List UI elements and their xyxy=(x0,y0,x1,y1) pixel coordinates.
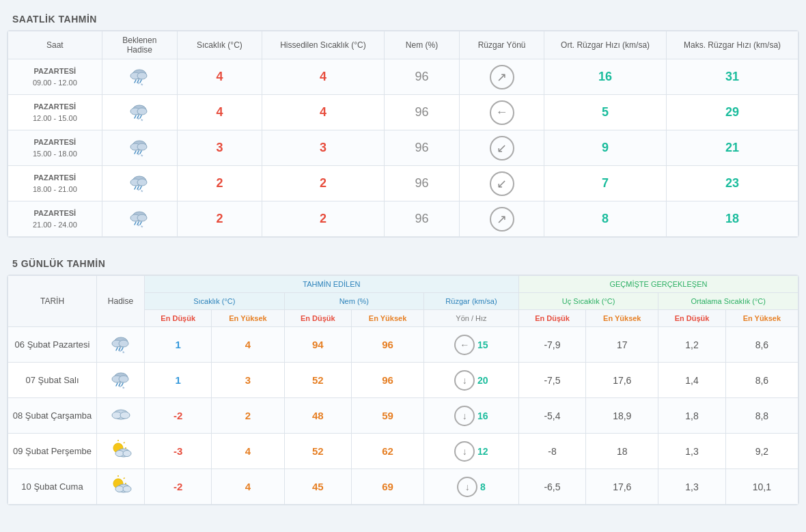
nem-en-dusuk-label: En Düşük xyxy=(284,310,351,327)
sic-en-dusuk-cell: 1 xyxy=(145,363,212,398)
uc-en-yuksek-cell: 18,9 xyxy=(586,398,658,434)
sicaklik-cell: 4 xyxy=(177,59,262,95)
svg-line-19 xyxy=(135,151,136,154)
header-tarih: TARİH xyxy=(8,276,97,327)
svg-text:*: * xyxy=(141,82,143,88)
nem-cell: 96 xyxy=(384,95,459,130)
wind-direction-icon: ← xyxy=(454,335,475,355)
svg-line-27 xyxy=(135,186,136,189)
svg-text:*: * xyxy=(141,117,143,124)
svg-text:*: * xyxy=(137,187,140,194)
ort-hiz-cell: 5 xyxy=(544,95,667,130)
yön-cell: ↗ xyxy=(460,201,544,237)
svg-line-11 xyxy=(135,115,136,118)
wind-direction-icon: ↓ xyxy=(454,441,475,462)
time-cell: PAZARTESİ15.00 - 18.00 xyxy=(8,130,102,166)
svg-point-34 xyxy=(137,214,147,221)
header-hissedilen: Hissedilen Sıcaklık (°C) xyxy=(262,31,384,59)
nem-en-yuksek-cell: 96 xyxy=(351,363,423,398)
table-row: PAZARTESİ18.00 - 21.00 * * 2 2 96 ↙ 7 xyxy=(8,166,798,201)
uc-en-dusuk-cell: -6,5 xyxy=(518,469,585,505)
ort-hiz-cell: 7 xyxy=(544,166,667,201)
sic-en-yuksek-cell: 4 xyxy=(212,327,284,363)
table-row: 08 Şubat Çarşamba -2 2 48 59 ↓ 16 -5,4 1… xyxy=(8,398,798,434)
header-saat: Saat xyxy=(8,31,102,59)
uc-en-yuksek-cell: 18 xyxy=(586,434,658,469)
svg-text:*: * xyxy=(137,223,140,229)
svg-line-3 xyxy=(135,80,136,83)
header-ruzgar: Rüzgar (km/sa) xyxy=(424,293,519,310)
maks-hiz-cell: 18 xyxy=(667,201,798,237)
maks-hiz-cell: 29 xyxy=(667,95,798,130)
sicaklik-cell: 3 xyxy=(177,130,262,166)
time-cell: PAZARTESİ09.00 - 12.00 xyxy=(8,59,102,95)
maks-hiz-cell: 31 xyxy=(667,59,798,95)
yon-hiz-cell: ↓ 20 xyxy=(424,363,519,398)
sic-en-dusuk-cell: -2 xyxy=(145,398,212,434)
header-uc: Uç Sıcaklık (°C) xyxy=(518,293,658,310)
table-row: PAZARTESİ21.00 - 24.00 * * 2 2 96 ↗ 8 xyxy=(8,201,798,237)
svg-line-68 xyxy=(124,478,125,479)
icon-cell: * * xyxy=(97,327,145,363)
nem-en-yuksek-cell: 59 xyxy=(351,398,423,434)
uc-en-dusuk-cell: -5,4 xyxy=(518,398,585,434)
sic-en-dusuk-cell: -2 xyxy=(145,469,212,505)
svg-point-72 xyxy=(123,486,131,492)
svg-text:*: * xyxy=(119,384,122,391)
ort-en-yuksek-cell: 8,6 xyxy=(725,363,798,398)
sicaklik-cell: 2 xyxy=(177,166,262,201)
svg-line-43 xyxy=(116,348,117,350)
date-cell: 07 Şubat Salı xyxy=(8,363,97,398)
ort-hiz-cell: 9 xyxy=(544,130,667,166)
sic-en-yuksek-cell: 2 xyxy=(212,398,284,434)
sicaklik-cell: 4 xyxy=(177,95,262,130)
yon-hiz-cell: ↓ 8 xyxy=(424,469,519,505)
sic-en-dusuk-cell: 1 xyxy=(145,327,212,363)
uc-en-dusuk-cell: -7,9 xyxy=(518,327,585,363)
weather-icon-cell: * * xyxy=(102,95,177,130)
table-row: 07 Şubat Salı * * 1 3 52 96 ↓ 20 xyxy=(8,363,798,398)
ort-hiz-cell: 16 xyxy=(544,59,667,95)
nem-cell: 96 xyxy=(384,59,459,95)
header-gecmiste: GEÇMİŞTE GERÇEKLEŞEN xyxy=(518,276,798,293)
daily-title: 5 GÜNLÜK TAHMİN xyxy=(7,251,799,275)
nem-en-dusuk-cell: 52 xyxy=(284,363,351,398)
yön-cell: ↙ xyxy=(460,166,544,201)
ort-en-dusuk-cell: 1,8 xyxy=(658,398,725,434)
nem-cell: 96 xyxy=(384,201,459,237)
icon-cell xyxy=(97,434,145,469)
wind-direction-icon: ↓ xyxy=(454,406,475,426)
hissedilen-cell: 2 xyxy=(262,201,384,237)
table-row: PAZARTESİ09.00 - 12.00 * * 4 4 96 ↗ 16 xyxy=(8,59,798,95)
nem-en-yuksek-cell: 62 xyxy=(351,434,423,469)
time-cell: PAZARTESİ12.00 - 15.00 xyxy=(8,95,102,130)
uc-en-yuksek-cell: 17 xyxy=(586,327,658,363)
nem-cell: 96 xyxy=(384,166,459,201)
nem-en-dusuk-cell: 48 xyxy=(284,398,351,434)
uc-en-dusuk-label: En Düşük xyxy=(518,310,585,327)
daily-table: TARİH Hadise TAHMİN EDİLEN GEÇMİŞTE GERÇ… xyxy=(8,275,798,505)
header-hadise: Beklenen Hadise xyxy=(102,31,177,59)
svg-text:*: * xyxy=(122,350,125,356)
table-row: 06 Şubat Pazartesi * * 1 4 94 96 ← 15 xyxy=(8,327,798,363)
time-cell: PAZARTESİ21.00 - 24.00 xyxy=(8,201,102,237)
yon-hiz-label: Yön / Hız xyxy=(424,310,519,327)
wind-direction-icon: ↓ xyxy=(454,370,475,391)
header-maks: Maks. Rüzgar Hızı (km/sa) xyxy=(667,31,798,59)
svg-point-64 xyxy=(115,451,124,457)
weather-icon-cell: * * xyxy=(102,130,177,166)
ort-en-yuksek-label: En Yüksek xyxy=(725,310,798,327)
yon-hiz-cell: ← 15 xyxy=(424,327,519,363)
wind-direction-icon: ↗ xyxy=(490,207,514,232)
date-cell: 10 Şubat Cuma xyxy=(8,469,97,505)
svg-text:*: * xyxy=(141,188,143,195)
date-cell: 09 Şubat Perşembe xyxy=(8,434,97,469)
wind-direction-icon: ← xyxy=(490,100,514,125)
table-row: PAZARTESİ12.00 - 15.00 * * 4 4 96 ← 5 xyxy=(8,95,798,130)
hissedilen-cell: 4 xyxy=(262,95,384,130)
nem-en-yuksek-cell: 69 xyxy=(351,469,423,505)
maks-hiz-cell: 23 xyxy=(667,166,798,201)
svg-point-2 xyxy=(137,72,147,79)
svg-text:*: * xyxy=(137,81,140,87)
svg-point-71 xyxy=(115,486,124,492)
